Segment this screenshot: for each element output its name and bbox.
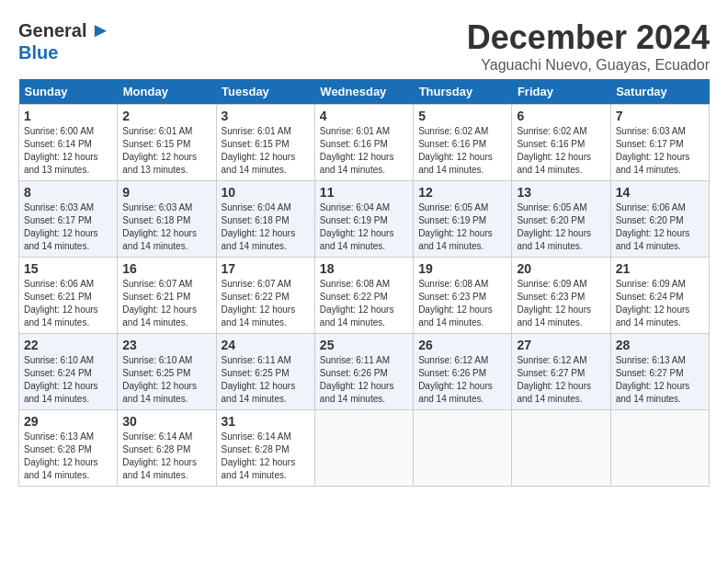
- table-row: 23Sunrise: 6:10 AMSunset: 6:25 PMDayligh…: [118, 334, 216, 410]
- day-info: Sunrise: 6:11 AMSunset: 6:26 PMDaylight:…: [320, 355, 394, 404]
- table-row: 27Sunrise: 6:12 AMSunset: 6:27 PMDayligh…: [512, 334, 610, 410]
- day-info: Sunrise: 6:03 AMSunset: 6:17 PMDaylight:…: [24, 202, 98, 251]
- logo: General ► Blue: [18, 18, 110, 63]
- table-row: 13Sunrise: 6:05 AMSunset: 6:20 PMDayligh…: [512, 181, 610, 258]
- day-number: 13: [517, 185, 605, 200]
- calendar-week-1: 1Sunrise: 6:00 AMSunset: 6:14 PMDaylight…: [19, 105, 710, 181]
- day-info: Sunrise: 6:08 AMSunset: 6:22 PMDaylight:…: [320, 279, 394, 327]
- day-info: Sunrise: 6:04 AMSunset: 6:18 PMDaylight:…: [222, 202, 296, 251]
- day-info: Sunrise: 6:14 AMSunset: 6:28 PMDaylight:…: [122, 431, 197, 480]
- day-info: Sunrise: 6:03 AMSunset: 6:17 PMDaylight:…: [616, 126, 690, 175]
- day-info: Sunrise: 6:05 AMSunset: 6:19 PMDaylight:…: [418, 202, 493, 251]
- table-row: 8Sunrise: 6:03 AMSunset: 6:17 PMDaylight…: [19, 181, 118, 258]
- day-info: Sunrise: 6:02 AMSunset: 6:16 PMDaylight:…: [517, 126, 591, 175]
- day-number: 14: [616, 185, 704, 200]
- col-thursday: Thursday: [414, 79, 512, 105]
- day-info: Sunrise: 6:06 AMSunset: 6:20 PMDaylight:…: [616, 202, 690, 251]
- table-row: 14Sunrise: 6:06 AMSunset: 6:20 PMDayligh…: [610, 181, 709, 258]
- day-number: 11: [320, 185, 408, 200]
- table-row: [314, 410, 413, 487]
- day-info: Sunrise: 6:02 AMSunset: 6:16 PMDaylight:…: [418, 126, 493, 175]
- day-info: Sunrise: 6:01 AMSunset: 6:16 PMDaylight:…: [320, 126, 394, 175]
- table-row: 17Sunrise: 6:07 AMSunset: 6:22 PMDayligh…: [216, 258, 314, 334]
- day-info: Sunrise: 6:14 AMSunset: 6:28 PMDaylight:…: [222, 431, 296, 480]
- day-number: 10: [222, 185, 310, 200]
- day-number: 27: [517, 338, 605, 352]
- day-info: Sunrise: 6:10 AMSunset: 6:25 PMDaylight:…: [122, 355, 197, 404]
- day-number: 8: [24, 185, 112, 200]
- logo-blue-text: Blue: [18, 42, 58, 63]
- table-row: 6Sunrise: 6:02 AMSunset: 6:16 PMDaylight…: [512, 105, 610, 181]
- table-row: 5Sunrise: 6:02 AMSunset: 6:16 PMDaylight…: [414, 105, 512, 181]
- day-number: 1: [24, 109, 112, 123]
- day-info: Sunrise: 6:10 AMSunset: 6:24 PMDaylight:…: [24, 355, 98, 404]
- calendar-week-3: 15Sunrise: 6:06 AMSunset: 6:21 PMDayligh…: [19, 258, 710, 334]
- day-info: Sunrise: 6:06 AMSunset: 6:21 PMDaylight:…: [24, 279, 98, 327]
- day-number: 25: [320, 338, 408, 352]
- logo-bird-icon: ►: [90, 18, 110, 42]
- title-area: December 2024 Yaguachi Nuevo, Guayas, Ec…: [467, 18, 710, 74]
- col-friday: Friday: [512, 79, 610, 105]
- day-number: 29: [24, 414, 112, 429]
- day-info: Sunrise: 6:13 AMSunset: 6:27 PMDaylight:…: [616, 355, 690, 404]
- table-row: 12Sunrise: 6:05 AMSunset: 6:19 PMDayligh…: [414, 181, 512, 258]
- day-number: 4: [320, 109, 408, 123]
- table-row: [512, 410, 610, 487]
- calendar-week-2: 8Sunrise: 6:03 AMSunset: 6:17 PMDaylight…: [19, 181, 710, 258]
- col-saturday: Saturday: [610, 79, 709, 105]
- calendar-table: Sunday Monday Tuesday Wednesday Thursday…: [18, 79, 710, 487]
- day-number: 9: [122, 185, 210, 200]
- day-number: 18: [320, 261, 408, 276]
- day-info: Sunrise: 6:01 AMSunset: 6:15 PMDaylight:…: [222, 126, 296, 175]
- day-number: 12: [418, 185, 506, 200]
- table-row: 24Sunrise: 6:11 AMSunset: 6:25 PMDayligh…: [216, 334, 314, 410]
- day-info: Sunrise: 6:03 AMSunset: 6:18 PMDaylight:…: [122, 202, 197, 251]
- table-row: 21Sunrise: 6:09 AMSunset: 6:24 PMDayligh…: [610, 258, 709, 334]
- day-info: Sunrise: 6:09 AMSunset: 6:23 PMDaylight:…: [517, 279, 591, 327]
- calendar-week-4: 22Sunrise: 6:10 AMSunset: 6:24 PMDayligh…: [19, 334, 710, 410]
- table-row: 11Sunrise: 6:04 AMSunset: 6:19 PMDayligh…: [314, 181, 413, 258]
- table-row: 3Sunrise: 6:01 AMSunset: 6:15 PMDaylight…: [216, 105, 314, 181]
- calendar-subtitle: Yaguachi Nuevo, Guayas, Ecuador: [467, 57, 710, 74]
- day-number: 22: [24, 338, 112, 352]
- page-header: General ► Blue December 2024 Yaguachi Nu…: [18, 18, 710, 74]
- day-number: 17: [222, 261, 310, 276]
- day-number: 16: [122, 261, 210, 276]
- day-number: 2: [122, 109, 210, 123]
- col-tuesday: Tuesday: [216, 79, 314, 105]
- day-number: 7: [616, 109, 704, 123]
- day-number: 6: [517, 109, 605, 123]
- day-number: 3: [222, 109, 310, 123]
- day-number: 21: [616, 261, 704, 276]
- table-row: 2Sunrise: 6:01 AMSunset: 6:15 PMDaylight…: [118, 105, 216, 181]
- table-row: 19Sunrise: 6:08 AMSunset: 6:23 PMDayligh…: [414, 258, 512, 334]
- day-info: Sunrise: 6:11 AMSunset: 6:25 PMDaylight:…: [222, 355, 296, 404]
- day-number: 24: [222, 338, 310, 352]
- day-number: 15: [24, 261, 112, 276]
- calendar-week-5: 29Sunrise: 6:13 AMSunset: 6:28 PMDayligh…: [19, 410, 710, 487]
- table-row: 28Sunrise: 6:13 AMSunset: 6:27 PMDayligh…: [610, 334, 709, 410]
- day-info: Sunrise: 6:00 AMSunset: 6:14 PMDaylight:…: [24, 126, 98, 175]
- day-info: Sunrise: 6:12 AMSunset: 6:26 PMDaylight:…: [418, 355, 493, 404]
- logo-general-text: General: [18, 20, 86, 41]
- day-info: Sunrise: 6:13 AMSunset: 6:28 PMDaylight:…: [24, 431, 98, 480]
- day-number: 20: [517, 261, 605, 276]
- table-row: 10Sunrise: 6:04 AMSunset: 6:18 PMDayligh…: [216, 181, 314, 258]
- table-row: 22Sunrise: 6:10 AMSunset: 6:24 PMDayligh…: [19, 334, 118, 410]
- col-sunday: Sunday: [19, 79, 118, 105]
- table-row: 4Sunrise: 6:01 AMSunset: 6:16 PMDaylight…: [314, 105, 413, 181]
- table-row: [414, 410, 512, 487]
- table-row: 9Sunrise: 6:03 AMSunset: 6:18 PMDaylight…: [118, 181, 216, 258]
- day-info: Sunrise: 6:08 AMSunset: 6:23 PMDaylight:…: [418, 279, 493, 327]
- day-number: 28: [616, 338, 704, 352]
- table-row: [610, 410, 709, 487]
- calendar-title: December 2024: [467, 18, 710, 57]
- day-info: Sunrise: 6:07 AMSunset: 6:22 PMDaylight:…: [222, 279, 296, 327]
- day-number: 31: [222, 414, 310, 429]
- day-info: Sunrise: 6:05 AMSunset: 6:20 PMDaylight:…: [517, 202, 591, 251]
- table-row: 1Sunrise: 6:00 AMSunset: 6:14 PMDaylight…: [19, 105, 118, 181]
- table-row: 26Sunrise: 6:12 AMSunset: 6:26 PMDayligh…: [414, 334, 512, 410]
- calendar-header-row: Sunday Monday Tuesday Wednesday Thursday…: [19, 79, 710, 105]
- table-row: 31Sunrise: 6:14 AMSunset: 6:28 PMDayligh…: [216, 410, 314, 487]
- table-row: 25Sunrise: 6:11 AMSunset: 6:26 PMDayligh…: [314, 334, 413, 410]
